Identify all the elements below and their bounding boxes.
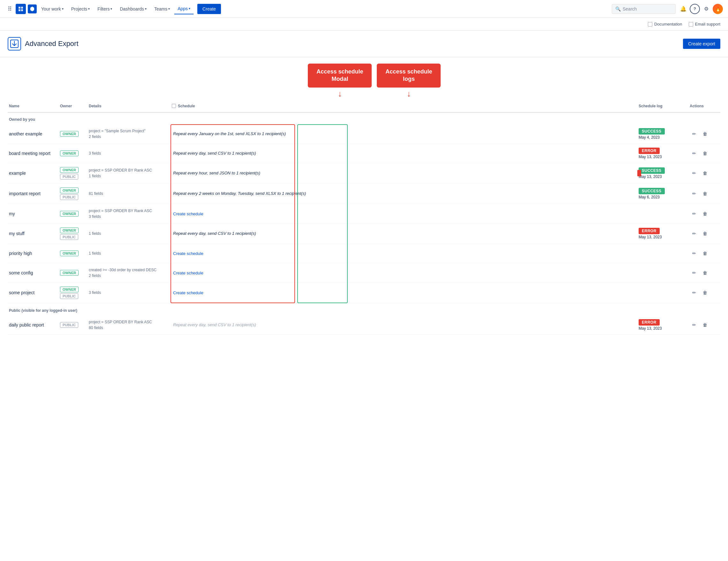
apps-label: Apps (178, 6, 188, 11)
cell-details: project = "Sample Scrum Project"2 fields (87, 127, 171, 141)
cell-owner: OWNER PUBLIC (59, 186, 87, 201)
table-row: board meeting report OWNER 3 fields Repe… (8, 144, 720, 163)
filters-label: Filters (97, 6, 110, 11)
cell-schedule-link[interactable]: Create schedule (171, 249, 637, 257)
nav-logo-brand[interactable] (28, 4, 37, 13)
badge-public: PUBLIC (60, 174, 78, 179)
nav-item-teams[interactable]: Teams ▾ (151, 4, 173, 14)
edit-button[interactable]: ✏ (690, 209, 699, 218)
table-header-row: Name Owner Details Schedule Schedule log… (8, 100, 720, 113)
edit-button[interactable]: ✏ (690, 268, 699, 277)
header-name: Name (8, 102, 59, 110)
app-header: Advanced Export Create export (0, 31, 728, 57)
nav-logo[interactable] (16, 4, 26, 14)
nav-notification-icon[interactable]: 🔔 (678, 4, 688, 14)
nav-item-filters[interactable]: Filters ▾ (94, 4, 115, 14)
cell-name: some config (8, 269, 59, 277)
table-row: some config OWNER created >= -30d order … (8, 263, 720, 283)
create-schedule-link[interactable]: Create schedule (173, 270, 203, 275)
delete-button[interactable]: 🗑 (701, 129, 709, 138)
cell-name: my (8, 210, 59, 217)
cell-schedule-link[interactable]: Create schedule (171, 210, 637, 217)
grid-icon[interactable]: ⠿ (5, 4, 14, 14)
status-success-badge: SUCCESS (639, 167, 665, 174)
table-row: priority high OWNER 1 fields Create sche… (8, 244, 720, 263)
cell-actions: ✏ 🗑 (688, 319, 720, 331)
annotation-section: Access scheduleModal Access schedulelogs (0, 57, 728, 87)
edit-button[interactable]: ✏ (690, 249, 699, 258)
delete-button[interactable]: 🗑 (701, 149, 709, 158)
cell-owner: OWNER (59, 269, 87, 277)
nav-item-apps[interactable]: Apps ▾ (174, 4, 193, 14)
edit-button[interactable]: ✏ (690, 189, 699, 198)
delete-button[interactable]: 🗑 (701, 169, 709, 178)
cell-details: project = SSP ORDER BY Rank ASC3 fields (87, 207, 171, 221)
edit-button[interactable]: ✏ (690, 169, 699, 178)
delete-button[interactable]: 🗑 (701, 229, 709, 238)
email-checkbox-icon (689, 22, 693, 27)
delete-button[interactable]: 🗑 (701, 209, 709, 218)
nav-avatar[interactable]: 🔥 (713, 4, 723, 14)
badge-owner: OWNER (60, 270, 79, 276)
nav-item-projects[interactable]: Projects ▾ (68, 4, 93, 14)
cell-actions: ✏ 🗑 (688, 208, 720, 219)
projects-chevron: ▾ (88, 7, 90, 11)
edit-button[interactable]: ✏ (690, 149, 699, 158)
nav-item-your-work[interactable]: Your work ▾ (38, 4, 67, 14)
edit-button[interactable]: ✏ (690, 288, 699, 297)
your-work-label: Your work (41, 6, 61, 11)
projects-label: Projects (71, 6, 87, 11)
delete-button[interactable]: 🗑 (701, 268, 709, 277)
email-support-link[interactable]: Email support (689, 22, 720, 27)
search-bar[interactable]: 🔍 Search (612, 4, 676, 14)
create-export-button[interactable]: Create export (683, 39, 720, 49)
edit-button[interactable]: ✏ (690, 129, 699, 138)
badge-public: PUBLIC (60, 194, 78, 200)
create-schedule-link[interactable]: Create schedule (173, 251, 203, 256)
nav-help-icon[interactable]: ? (690, 4, 700, 14)
create-button[interactable]: Create (197, 4, 221, 14)
cell-actions: ✏ 🗑 (688, 228, 720, 239)
nav-settings-icon[interactable]: ⚙ (701, 4, 711, 14)
badge-owner: OWNER (60, 150, 79, 156)
badge-public: PUBLIC (60, 322, 78, 328)
badge-public: PUBLIC (60, 293, 78, 299)
cell-actions: ✏ 🗑 (688, 167, 720, 179)
nav-item-dashboards[interactable]: Dashboards ▾ (117, 4, 150, 14)
schedule-checkbox[interactable] (172, 104, 176, 108)
annotation-modal-box: Access scheduleModal (308, 64, 372, 87)
edit-button[interactable]: ✏ (690, 229, 699, 238)
search-icon: 🔍 (615, 6, 621, 11)
badge-owner: OWNER (60, 250, 79, 256)
cell-schedule: Repeat every hour, send JSON to 1 recipi… (171, 169, 637, 177)
delete-button[interactable]: 🗑 (701, 249, 709, 258)
teams-label: Teams (154, 6, 167, 11)
cell-log (637, 292, 688, 294)
create-schedule-link[interactable]: Create schedule (173, 291, 203, 295)
delete-button[interactable]: 🗑 (701, 189, 709, 198)
edit-button[interactable]: ✏ (690, 321, 699, 330)
doc-checkbox-icon (648, 22, 652, 27)
cell-name: daily public report (8, 321, 59, 329)
table-row: daily public report PUBLIC project = SSP… (8, 315, 720, 335)
cell-schedule-link[interactable]: Create schedule (171, 289, 637, 297)
owned-rows-wrapper: another example OWNER project = "Sample … (8, 124, 720, 303)
delete-button[interactable]: 🗑 (701, 288, 709, 297)
cell-owner: OWNER (59, 249, 87, 257)
cell-schedule-link[interactable]: Create schedule (171, 269, 637, 277)
cell-owner: OWNER (59, 130, 87, 138)
cell-details: 3 fields (87, 149, 171, 157)
header-schedule[interactable]: Schedule (171, 102, 637, 110)
documentation-link[interactable]: Documentation (648, 22, 682, 27)
cell-schedule: Repeat every day, send CSV to 1 recipien… (171, 321, 637, 329)
header-owner: Owner (59, 102, 87, 110)
email-label: Email support (695, 22, 720, 27)
cell-owner: OWNER PUBLIC (59, 226, 87, 241)
table-container: Name Owner Details Schedule Schedule log… (0, 100, 728, 343)
delete-button[interactable]: 🗑 (701, 321, 709, 330)
create-schedule-link[interactable]: Create schedule (173, 211, 203, 216)
doc-label: Documentation (654, 22, 682, 27)
log-date: May 13, 2023 (639, 326, 687, 331)
badge-public: PUBLIC (60, 234, 78, 240)
app-logo (8, 37, 21, 50)
